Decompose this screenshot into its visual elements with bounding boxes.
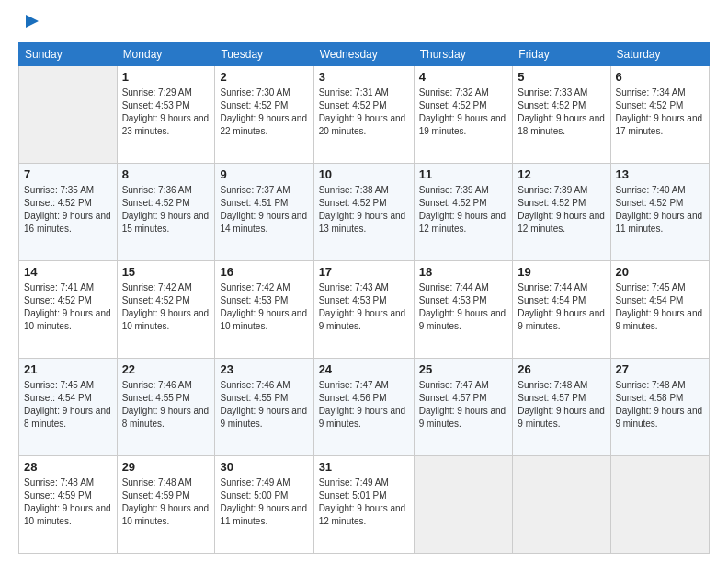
- header: [18, 17, 710, 35]
- logo-arrow-icon: [22, 11, 42, 31]
- day-number: 17: [319, 264, 409, 281]
- calendar-cell: 21Sunrise: 7:45 AMSunset: 4:54 PMDayligh…: [19, 359, 118, 456]
- calendar-cell: 29Sunrise: 7:48 AMSunset: 4:59 PMDayligh…: [117, 456, 215, 554]
- calendar-cell: [414, 456, 513, 554]
- logo: [18, 17, 42, 35]
- calendar-cell: [610, 456, 709, 554]
- day-number: 19: [518, 264, 605, 281]
- day-number: 15: [122, 264, 210, 281]
- day-info: Sunrise: 7:34 AMSunset: 4:52 PMDaylight:…: [616, 86, 704, 138]
- day-number: 20: [616, 264, 704, 281]
- day-info: Sunrise: 7:42 AMSunset: 4:52 PMDaylight:…: [122, 282, 210, 333]
- calendar-cell: 31Sunrise: 7:49 AMSunset: 5:01 PMDayligh…: [313, 456, 414, 554]
- day-number: 5: [518, 69, 605, 86]
- calendar-cell: 22Sunrise: 7:46 AMSunset: 4:55 PMDayligh…: [117, 359, 215, 456]
- day-info: Sunrise: 7:48 AMSunset: 4:59 PMDaylight:…: [122, 477, 210, 528]
- day-number: 11: [419, 167, 508, 183]
- col-header-saturday: Saturday: [610, 43, 709, 66]
- day-number: 13: [616, 167, 704, 183]
- col-header-thursday: Thursday: [414, 43, 513, 66]
- calendar-cell: [19, 66, 118, 164]
- day-info: Sunrise: 7:48 AMSunset: 4:58 PMDaylight:…: [616, 379, 704, 431]
- day-info: Sunrise: 7:33 AMSunset: 4:52 PMDaylight:…: [518, 86, 605, 138]
- calendar-cell: 3Sunrise: 7:31 AMSunset: 4:52 PMDaylight…: [313, 66, 414, 164]
- day-number: 31: [319, 459, 409, 476]
- page: SundayMondayTuesdayWednesdayThursdayFrid…: [0, 0, 728, 563]
- day-number: 25: [419, 362, 508, 378]
- day-info: Sunrise: 7:31 AMSunset: 4:52 PMDaylight:…: [319, 86, 409, 138]
- day-number: 28: [24, 459, 112, 476]
- day-number: 24: [319, 362, 409, 378]
- day-info: Sunrise: 7:45 AMSunset: 4:54 PMDaylight:…: [616, 282, 704, 333]
- day-number: 12: [518, 167, 605, 183]
- day-info: Sunrise: 7:32 AMSunset: 4:52 PMDaylight:…: [419, 86, 508, 138]
- calendar-cell: 28Sunrise: 7:48 AMSunset: 4:59 PMDayligh…: [19, 456, 118, 554]
- day-info: Sunrise: 7:47 AMSunset: 4:56 PMDaylight:…: [319, 379, 409, 431]
- calendar-cell: 18Sunrise: 7:44 AMSunset: 4:53 PMDayligh…: [414, 261, 513, 359]
- day-info: Sunrise: 7:38 AMSunset: 4:52 PMDaylight:…: [319, 184, 409, 236]
- calendar-cell: 9Sunrise: 7:37 AMSunset: 4:51 PMDaylight…: [215, 164, 313, 261]
- day-info: Sunrise: 7:47 AMSunset: 4:57 PMDaylight:…: [419, 379, 508, 431]
- col-header-tuesday: Tuesday: [215, 43, 313, 66]
- calendar-cell: [513, 456, 610, 554]
- calendar-cell: 17Sunrise: 7:43 AMSunset: 4:53 PMDayligh…: [313, 261, 414, 359]
- day-number: 14: [24, 264, 112, 281]
- calendar-cell: 7Sunrise: 7:35 AMSunset: 4:52 PMDaylight…: [19, 164, 118, 261]
- calendar-cell: 25Sunrise: 7:47 AMSunset: 4:57 PMDayligh…: [414, 359, 513, 456]
- svg-marker-0: [26, 15, 39, 28]
- day-info: Sunrise: 7:39 AMSunset: 4:52 PMDaylight:…: [419, 184, 508, 236]
- day-number: 30: [220, 459, 308, 476]
- calendar-cell: 20Sunrise: 7:45 AMSunset: 4:54 PMDayligh…: [610, 261, 709, 359]
- day-info: Sunrise: 7:44 AMSunset: 4:53 PMDaylight:…: [419, 282, 508, 333]
- week-row-4: 21Sunrise: 7:45 AMSunset: 4:54 PMDayligh…: [19, 359, 710, 456]
- col-header-friday: Friday: [513, 43, 610, 66]
- calendar: SundayMondayTuesdayWednesdayThursdayFrid…: [18, 42, 710, 554]
- calendar-cell: 24Sunrise: 7:47 AMSunset: 4:56 PMDayligh…: [313, 359, 414, 456]
- calendar-cell: 15Sunrise: 7:42 AMSunset: 4:52 PMDayligh…: [117, 261, 215, 359]
- calendar-cell: 26Sunrise: 7:48 AMSunset: 4:57 PMDayligh…: [513, 359, 610, 456]
- calendar-cell: 23Sunrise: 7:46 AMSunset: 4:55 PMDayligh…: [215, 359, 313, 456]
- calendar-cell: 16Sunrise: 7:42 AMSunset: 4:53 PMDayligh…: [215, 261, 313, 359]
- week-row-2: 7Sunrise: 7:35 AMSunset: 4:52 PMDaylight…: [19, 164, 710, 261]
- day-info: Sunrise: 7:40 AMSunset: 4:52 PMDaylight:…: [616, 184, 704, 236]
- calendar-cell: 5Sunrise: 7:33 AMSunset: 4:52 PMDaylight…: [513, 66, 610, 164]
- day-info: Sunrise: 7:29 AMSunset: 4:53 PMDaylight:…: [122, 86, 210, 138]
- day-number: 29: [122, 459, 210, 476]
- day-info: Sunrise: 7:37 AMSunset: 4:51 PMDaylight:…: [220, 184, 308, 236]
- header-row: SundayMondayTuesdayWednesdayThursdayFrid…: [19, 43, 710, 66]
- day-number: 6: [616, 69, 704, 86]
- day-number: 27: [616, 362, 704, 378]
- day-number: 2: [220, 69, 308, 86]
- day-info: Sunrise: 7:49 AMSunset: 5:01 PMDaylight:…: [319, 477, 409, 528]
- day-number: 18: [419, 264, 508, 281]
- week-row-1: 1Sunrise: 7:29 AMSunset: 4:53 PMDaylight…: [19, 66, 710, 164]
- day-number: 9: [220, 167, 308, 183]
- calendar-cell: 13Sunrise: 7:40 AMSunset: 4:52 PMDayligh…: [610, 164, 709, 261]
- calendar-cell: 11Sunrise: 7:39 AMSunset: 4:52 PMDayligh…: [414, 164, 513, 261]
- day-number: 10: [319, 167, 409, 183]
- day-info: Sunrise: 7:35 AMSunset: 4:52 PMDaylight:…: [24, 184, 112, 236]
- calendar-cell: 10Sunrise: 7:38 AMSunset: 4:52 PMDayligh…: [313, 164, 414, 261]
- day-info: Sunrise: 7:36 AMSunset: 4:52 PMDaylight:…: [122, 184, 210, 236]
- calendar-cell: 6Sunrise: 7:34 AMSunset: 4:52 PMDaylight…: [610, 66, 709, 164]
- day-number: 7: [24, 167, 112, 183]
- day-info: Sunrise: 7:44 AMSunset: 4:54 PMDaylight:…: [518, 282, 605, 333]
- calendar-cell: 4Sunrise: 7:32 AMSunset: 4:52 PMDaylight…: [414, 66, 513, 164]
- day-number: 8: [122, 167, 210, 183]
- day-info: Sunrise: 7:42 AMSunset: 4:53 PMDaylight:…: [220, 282, 308, 333]
- calendar-cell: 19Sunrise: 7:44 AMSunset: 4:54 PMDayligh…: [513, 261, 610, 359]
- day-number: 22: [122, 362, 210, 378]
- day-info: Sunrise: 7:45 AMSunset: 4:54 PMDaylight:…: [24, 379, 112, 431]
- day-number: 23: [220, 362, 308, 378]
- calendar-cell: 14Sunrise: 7:41 AMSunset: 4:52 PMDayligh…: [19, 261, 118, 359]
- calendar-cell: 30Sunrise: 7:49 AMSunset: 5:00 PMDayligh…: [215, 456, 313, 554]
- col-header-sunday: Sunday: [19, 43, 118, 66]
- day-info: Sunrise: 7:46 AMSunset: 4:55 PMDaylight:…: [220, 379, 308, 431]
- day-info: Sunrise: 7:46 AMSunset: 4:55 PMDaylight:…: [122, 379, 210, 431]
- day-info: Sunrise: 7:48 AMSunset: 4:59 PMDaylight:…: [24, 477, 112, 528]
- col-header-monday: Monday: [117, 43, 215, 66]
- calendar-cell: 2Sunrise: 7:30 AMSunset: 4:52 PMDaylight…: [215, 66, 313, 164]
- week-row-3: 14Sunrise: 7:41 AMSunset: 4:52 PMDayligh…: [19, 261, 710, 359]
- day-info: Sunrise: 7:41 AMSunset: 4:52 PMDaylight:…: [24, 282, 112, 333]
- day-number: 21: [24, 362, 112, 378]
